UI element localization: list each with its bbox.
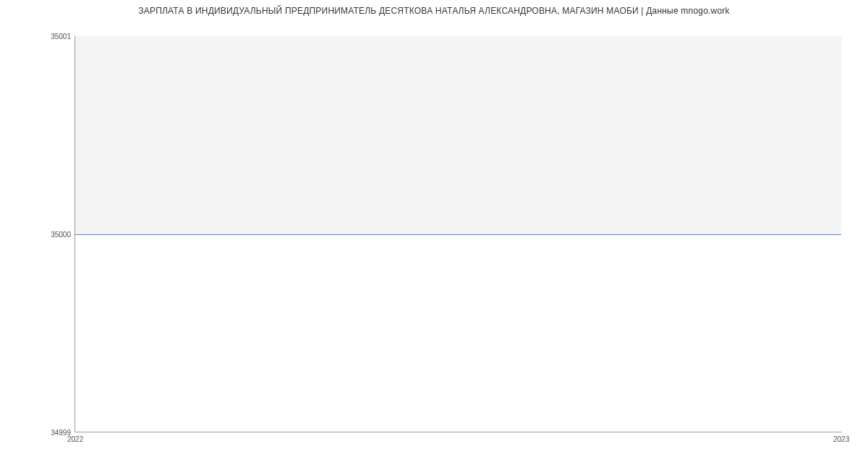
x-tick-label: 2023: [833, 435, 849, 443]
x-tick-label: 2022: [67, 435, 83, 443]
area-fill: [75, 36, 841, 234]
salary-chart: ЗАРПЛАТА В ИНДИВИДУАЛЬНЫЙ ПРЕДПРИНИМАТЕЛ…: [0, 0, 868, 470]
chart-title: ЗАРПЛАТА В ИНДИВИДУАЛЬНЫЙ ПРЕДПРИНИМАТЕЛ…: [0, 6, 868, 16]
plot-area: [75, 36, 841, 432]
y-tick-label: 35001: [51, 33, 71, 40]
series-line: [75, 234, 841, 235]
y-tick-label: 35000: [51, 231, 71, 239]
